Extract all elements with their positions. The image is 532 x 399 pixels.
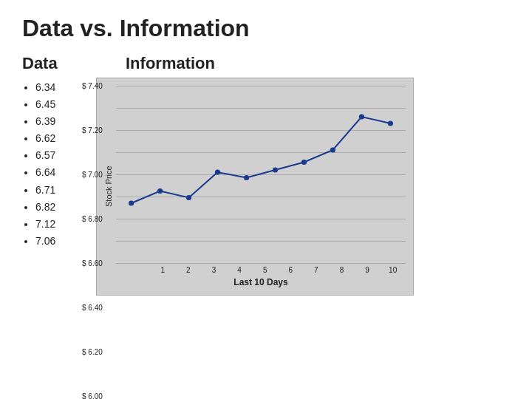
chart-inner: Stock Price $ 7.40$ 7.20$ 7.00$ 6.80$ 6.… xyxy=(104,86,406,287)
x-tick-label: 2 xyxy=(176,266,202,274)
x-tick-label: 7 xyxy=(304,266,330,274)
page-title: Data vs. Information xyxy=(22,15,510,42)
y-tick-label: $ 6.00 xyxy=(82,392,103,400)
svg-point-8 xyxy=(359,115,364,120)
data-list: 6.346.456.396.626.576.646.716.827.127.06 xyxy=(22,79,81,250)
list-item: 7.06 xyxy=(35,233,81,250)
x-axis-label: Last 10 Days xyxy=(116,277,406,287)
x-tick-label: 9 xyxy=(355,266,381,274)
svg-point-4 xyxy=(244,175,249,180)
data-heading: Data xyxy=(22,54,81,73)
y-tick-label: $ 6.40 xyxy=(82,304,103,312)
list-item: 6.39 xyxy=(35,113,81,130)
y-tick-label: $ 6.80 xyxy=(82,215,103,223)
x-tick-label: 5 xyxy=(252,266,278,274)
grid-line: $ 5.80 xyxy=(116,263,406,264)
slide: Data vs. Information Data 6.346.456.396.… xyxy=(0,0,532,399)
y-axis-label: Stock Price xyxy=(104,86,113,287)
x-tick-label: 8 xyxy=(329,266,355,274)
chart-container: Stock Price $ 7.40$ 7.20$ 7.00$ 6.80$ 6.… xyxy=(96,78,414,296)
list-item: 6.64 xyxy=(35,164,81,181)
grid-and-line: $ 7.40$ 7.20$ 7.00$ 6.80$ 6.60$ 6.40$ 6.… xyxy=(116,86,406,263)
y-tick-label: $ 6.60 xyxy=(82,259,103,267)
x-tick-label: 1 xyxy=(150,266,176,274)
x-tick-label: 10 xyxy=(380,266,406,274)
x-tick-label: 6 xyxy=(278,266,304,274)
list-item: 6.34 xyxy=(35,79,81,96)
list-item: 6.57 xyxy=(35,147,81,164)
x-tick-label: 4 xyxy=(227,266,253,274)
svg-point-3 xyxy=(215,170,220,175)
list-item: 6.62 xyxy=(35,130,81,147)
chart-title: Information xyxy=(126,54,215,73)
chart-area: Information Stock Price $ 7.40$ 7.20$ 7.… xyxy=(96,54,510,296)
y-tick-label: $ 7.20 xyxy=(82,126,103,134)
x-tick-label: 3 xyxy=(201,266,227,274)
content-area: Data 6.346.456.396.626.576.646.716.827.1… xyxy=(22,54,510,296)
line-chart xyxy=(116,86,406,263)
data-column: Data 6.346.456.396.626.576.646.716.827.1… xyxy=(22,54,81,250)
list-item: 6.71 xyxy=(35,182,81,199)
list-item: 7.12 xyxy=(35,216,81,233)
svg-point-7 xyxy=(330,148,335,153)
y-tick-label: $ 7.40 xyxy=(82,82,103,90)
list-item: 6.45 xyxy=(35,96,81,113)
svg-point-1 xyxy=(157,188,163,194)
y-tick-label: $ 7.00 xyxy=(82,171,103,179)
x-axis: 12345678910 xyxy=(116,263,406,274)
svg-point-0 xyxy=(129,201,134,206)
list-item: 6.82 xyxy=(35,199,81,216)
svg-point-5 xyxy=(273,168,278,173)
svg-point-6 xyxy=(301,160,307,165)
svg-point-9 xyxy=(388,121,393,126)
y-tick-label: $ 6.20 xyxy=(82,348,103,356)
svg-point-2 xyxy=(186,195,191,200)
chart-right: $ 7.40$ 7.20$ 7.00$ 6.80$ 6.60$ 6.40$ 6.… xyxy=(116,86,406,287)
